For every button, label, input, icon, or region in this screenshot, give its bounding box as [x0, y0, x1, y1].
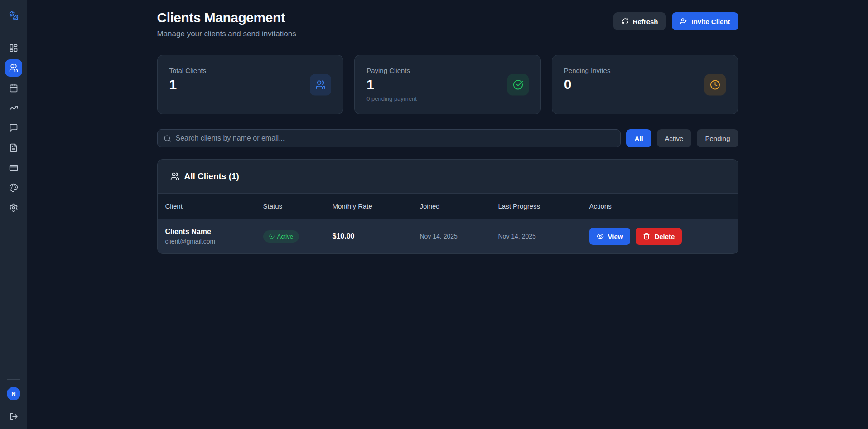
- status-badge: Active: [263, 230, 299, 243]
- page-subtitle: Manage your clients and send invitations: [157, 29, 296, 39]
- invite-client-button[interactable]: Invite Client: [672, 12, 738, 30]
- stat-value: 0: [564, 77, 726, 92]
- sidebar-item-clients[interactable]: [5, 59, 22, 77]
- sidebar-item-dashboard[interactable]: [5, 39, 22, 57]
- stat-label: Total Clients: [169, 67, 332, 74]
- table-title: All Clients (1): [184, 171, 239, 181]
- layout-dashboard-icon: [9, 44, 18, 53]
- stat-sublabel: 0 pending payment: [366, 95, 529, 102]
- column-header-status: Status: [263, 202, 333, 210]
- stats-row: Total Clients 1 Paying Clients 1 0 pendi…: [157, 55, 738, 114]
- stat-card-paying-clients: Paying Clients 1 0 pending payment: [354, 55, 541, 114]
- file-text-icon: [9, 143, 18, 152]
- view-button-label: View: [608, 233, 623, 240]
- table-row: Clients Name client@gmail.com Active $10…: [158, 219, 738, 253]
- refresh-icon: [622, 18, 629, 25]
- credit-card-icon: [9, 163, 18, 172]
- refresh-button-label: Refresh: [633, 18, 658, 25]
- trending-up-icon: [9, 103, 18, 112]
- dumbbell-logo-icon: [9, 11, 19, 20]
- column-header-client: Client: [165, 202, 263, 210]
- calendar-icon: [9, 83, 18, 93]
- monthly-rate-value: $10.00: [333, 232, 355, 240]
- clock-icon: [704, 74, 726, 95]
- sidebar-item-documents[interactable]: [5, 139, 22, 156]
- search-icon: [164, 135, 171, 142]
- table-title-row: All Clients (1): [158, 160, 738, 193]
- column-header-actions: Actions: [589, 202, 730, 210]
- refresh-button[interactable]: Refresh: [613, 12, 666, 30]
- users-icon: [9, 63, 18, 73]
- app-root: N Clients Management Manage your clients…: [0, 0, 868, 429]
- sidebar: N: [0, 0, 27, 429]
- invite-client-button-label: Invite Client: [691, 18, 730, 25]
- stat-value: 1: [169, 77, 332, 92]
- delete-button-label: Delete: [654, 233, 675, 240]
- stat-card-total-clients: Total Clients 1: [157, 55, 344, 114]
- column-header-monthly-rate: Monthly Rate: [333, 202, 420, 210]
- filter-pending-button[interactable]: Pending: [697, 129, 738, 147]
- user-plus-icon: [680, 18, 687, 25]
- users-icon: [310, 74, 331, 95]
- eye-icon: [597, 233, 604, 240]
- sidebar-nav: [5, 39, 22, 216]
- logout-button[interactable]: [10, 412, 18, 421]
- users-icon: [170, 172, 179, 181]
- sidebar-item-messages[interactable]: [5, 119, 22, 136]
- trash-icon: [643, 233, 650, 240]
- sidebar-item-appearance[interactable]: [5, 179, 22, 196]
- client-email: client@gmail.com: [165, 238, 263, 245]
- search-input[interactable]: [176, 134, 615, 142]
- clients-table-card: All Clients (1) Client Status Monthly Ra…: [157, 159, 738, 254]
- log-out-icon: [10, 412, 18, 421]
- search-box: [157, 129, 621, 147]
- check-circle-icon: [507, 74, 529, 95]
- toolbar: All Active Pending: [157, 129, 738, 147]
- stat-card-pending-invites: Pending Invites 0: [552, 55, 738, 114]
- sidebar-item-calendar[interactable]: [5, 79, 22, 97]
- sidebar-item-progress[interactable]: [5, 99, 22, 117]
- page-title: Clients Management: [157, 10, 296, 25]
- check-circle-icon: [269, 234, 275, 239]
- stat-label: Paying Clients: [366, 67, 529, 74]
- sidebar-item-billing[interactable]: [5, 159, 22, 176]
- stat-value: 1: [366, 77, 529, 92]
- user-avatar[interactable]: N: [7, 387, 20, 400]
- delete-button[interactable]: Delete: [636, 228, 682, 245]
- status-badge-label: Active: [277, 233, 293, 240]
- sidebar-item-settings[interactable]: [5, 199, 22, 216]
- filter-all-button[interactable]: All: [626, 129, 651, 147]
- column-header-joined: Joined: [420, 202, 498, 210]
- sidebar-divider: [7, 379, 20, 380]
- joined-date: Nov 14, 2025: [420, 233, 458, 240]
- stat-label: Pending Invites: [564, 67, 726, 74]
- palette-icon: [9, 183, 18, 192]
- page-header: Clients Management Manage your clients a…: [157, 10, 738, 39]
- table-header-row: Client Status Monthly Rate Joined Last P…: [158, 193, 738, 219]
- main-area: Clients Management Manage your clients a…: [27, 0, 868, 429]
- sidebar-bottom: N: [7, 379, 20, 421]
- column-header-last-progress: Last Progress: [498, 202, 589, 210]
- message-square-icon: [9, 123, 18, 132]
- filter-active-button[interactable]: Active: [657, 129, 692, 147]
- view-button[interactable]: View: [589, 228, 631, 245]
- last-progress-date: Nov 14, 2025: [498, 233, 536, 240]
- client-name: Clients Name: [165, 228, 263, 236]
- settings-gear-icon: [9, 203, 18, 212]
